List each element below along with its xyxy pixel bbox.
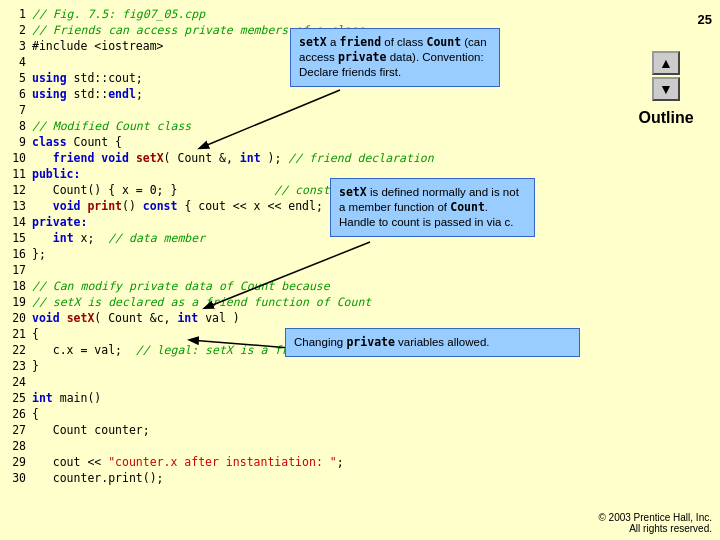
code-line-7: 7	[8, 102, 592, 118]
outline-label: Outline	[638, 109, 693, 127]
code-line-10: 10 friend void setX( Count &, int ); // …	[8, 150, 592, 166]
code-line-19: 19 // setX is declared as a friend funct…	[8, 294, 592, 310]
code-line-24: 24	[8, 374, 592, 390]
code-line-8: 8 // Modified Count class	[8, 118, 592, 134]
callout-friend-explanation: setX a friend of class Count (can access…	[290, 28, 500, 87]
code-line-6: 6 using std::endl;	[8, 86, 592, 102]
callout-private-allowed: Changing private variables allowed.	[285, 328, 580, 357]
code-line-9: 9 class Count {	[8, 134, 592, 150]
callout-setx-defined: setX is defined normally and is not a me…	[330, 178, 535, 237]
code-line-1: 1 // Fig. 7.5: fig07_05.cpp	[8, 6, 592, 22]
callout3-text: Changing private variables allowed.	[294, 336, 490, 348]
code-line-28: 28	[8, 438, 592, 454]
code-line-25: 25 int main()	[8, 390, 592, 406]
callout2-text: setX is defined normally and is not a me…	[339, 186, 519, 228]
code-line-17: 17	[8, 262, 592, 278]
arrow-down-button[interactable]: ▼	[652, 77, 680, 101]
arrow-up-button[interactable]: ▲	[652, 51, 680, 75]
page-number: 25	[698, 12, 712, 27]
footer-line1: © 2003 Prentice Hall, Inc.	[598, 512, 712, 523]
code-line-27: 27 Count counter;	[8, 422, 592, 438]
code-line-30: 30 counter.print();	[8, 470, 592, 486]
footer-line2: All rights reserved.	[598, 523, 712, 534]
code-line-23: 23 }	[8, 358, 592, 374]
code-line-26: 26 {	[8, 406, 592, 422]
code-line-29: 29 cout << "counter.x after instantiatio…	[8, 454, 592, 470]
footer: © 2003 Prentice Hall, Inc. All rights re…	[598, 512, 712, 534]
nav-arrows: ▲ ▼	[652, 51, 680, 101]
code-line-16: 16 };	[8, 246, 592, 262]
right-panel: 25 ▲ ▼ Outline	[616, 6, 716, 133]
callout1-text: setX a friend of class Count (can access…	[299, 36, 487, 78]
code-line-18: 18 // Can modify private data of Count b…	[8, 278, 592, 294]
code-line-20: 20 void setX( Count &c, int val )	[8, 310, 592, 326]
